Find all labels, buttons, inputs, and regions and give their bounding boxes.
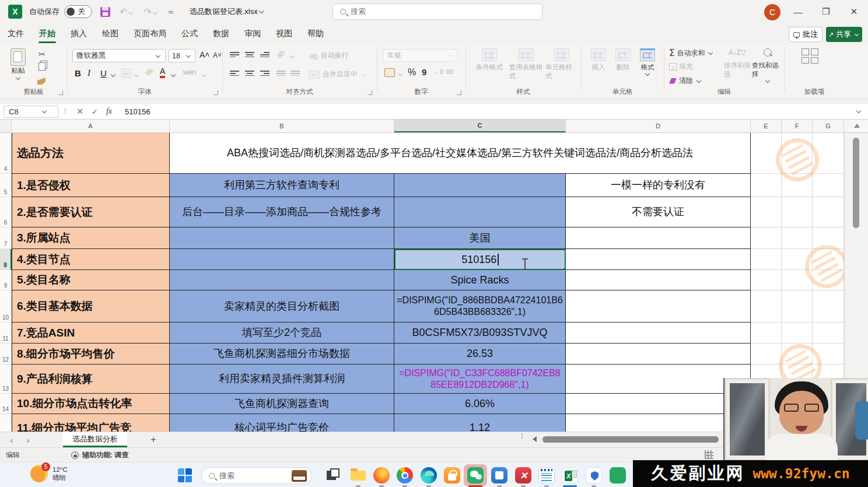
percent-style-icon[interactable]: % <box>408 67 416 78</box>
table-cell[interactable]: 一模一样的专利没有 <box>566 174 751 197</box>
autosave-toggle[interactable]: 关 <box>64 5 92 18</box>
save-icon[interactable] <box>100 7 110 17</box>
decrease-font-icon[interactable]: A˅ <box>213 51 222 59</box>
empty-cell[interactable] <box>751 197 782 227</box>
document-title[interactable]: 选品数据登记表.xlsx <box>190 6 265 17</box>
table-cell[interactable]: 3.所属站点 <box>12 227 170 249</box>
empty-cell[interactable] <box>782 323 813 344</box>
conditional-formatting-button[interactable]: 条件格式 <box>474 48 505 72</box>
increase-font-icon[interactable]: A˄ <box>200 50 210 59</box>
task-view-button[interactable] <box>324 466 343 485</box>
taskbar-search-input[interactable]: 搜索 <box>201 467 312 484</box>
formula-input[interactable]: 510156 <box>125 107 150 116</box>
table-cell[interactable]: 不需要认证 <box>566 197 751 227</box>
ribbon-tab[interactable]: 数据 <box>205 25 237 43</box>
empty-cell[interactable] <box>813 133 844 174</box>
ribbon-tab[interactable]: 绘图 <box>94 25 126 43</box>
sort-filter-button[interactable]: A↓Z▽ 排序和筛选 <box>724 48 751 79</box>
hscroll-handle-icon[interactable]: ⁞ <box>521 435 523 437</box>
table-cell[interactable] <box>170 227 394 249</box>
clipboard-dialog-launcher[interactable] <box>58 90 63 95</box>
excel-taskbar-icon[interactable] <box>561 466 579 485</box>
share-button[interactable]: ↗ 共享 <box>826 27 862 42</box>
redo-icon[interactable]: ↷ <box>144 6 158 17</box>
underline-button[interactable]: U <box>100 68 107 78</box>
file-explorer-icon[interactable] <box>349 466 368 485</box>
table-cell[interactable]: 利用第三方软件查询专利 <box>170 174 394 197</box>
wechat-icon[interactable] <box>466 466 485 485</box>
table-cell[interactable]: 后台——目录——添加商品——合规性参考 <box>170 197 394 227</box>
name-box[interactable]: C8 <box>4 106 58 118</box>
format-painter-icon[interactable] <box>37 78 46 85</box>
horizontal-scroll-thumb[interactable] <box>542 436 719 443</box>
table-cell[interactable]: Spice Racks <box>394 270 566 290</box>
merge-center-button[interactable]: 合并后居中 <box>309 69 368 79</box>
table-cell[interactable]: 5.类目名称 <box>12 270 170 290</box>
decrease-indent-icon[interactable] <box>276 69 286 78</box>
row-header[interactable]: 10 <box>0 290 12 323</box>
vertical-scroll-thumb[interactable] <box>853 138 859 228</box>
row-header[interactable]: 14 <box>0 394 12 414</box>
table-cell[interactable]: 11.细分市场平均广告竞 <box>12 414 170 432</box>
fill-handle[interactable] <box>563 267 566 270</box>
row-header[interactable]: 8 <box>0 249 12 270</box>
table-cell[interactable]: 1.12 <box>394 414 566 432</box>
table-cell[interactable] <box>566 290 751 323</box>
table-cell[interactable]: 利用卖家精灵插件测算利润 <box>170 365 394 394</box>
cut-icon[interactable]: ✂ <box>38 50 46 59</box>
select-all-corner[interactable] <box>0 120 12 132</box>
app-store-icon[interactable] <box>443 466 461 485</box>
quick-access-overflow-icon[interactable]: ≂ <box>168 8 174 16</box>
table-cell[interactable]: ABA热搜词选品/商机探测器选品/多平台选品/社交媒体选品/第三方软件关键词选品… <box>170 133 751 174</box>
empty-cell[interactable] <box>782 290 813 323</box>
table-cell[interactable] <box>566 270 751 290</box>
add-sheet-button[interactable]: + <box>150 434 156 446</box>
wrap-text-button[interactable]: ab̲ 自动换行 <box>309 51 348 61</box>
table-cell[interactable]: 7.竞品ASIN <box>12 323 170 344</box>
red-x-app-icon[interactable] <box>514 466 533 485</box>
italic-button[interactable]: I <box>88 68 90 78</box>
align-center-icon[interactable] <box>245 69 254 78</box>
close-button[interactable]: ✕ <box>841 0 867 23</box>
ribbon-tab[interactable]: 开始 <box>32 25 63 43</box>
table-cell[interactable] <box>566 323 751 344</box>
table-cell[interactable]: 1.是否侵权 <box>12 174 170 197</box>
row-header[interactable]: 11 <box>0 323 12 344</box>
fill-color-icon[interactable] <box>145 68 154 76</box>
empty-cell[interactable] <box>813 290 844 323</box>
sheet-next-icon[interactable]: › <box>20 435 36 445</box>
paste-button[interactable]: 粘贴 <box>10 48 26 80</box>
empty-cell[interactable] <box>813 323 844 344</box>
row-header[interactable]: 13 <box>0 365 12 394</box>
table-cell[interactable] <box>170 270 394 290</box>
decrease-decimal-icon[interactable]: 00 <box>446 68 453 75</box>
table-cell[interactable]: 26.53 <box>394 344 566 365</box>
row-header[interactable]: 7 <box>0 227 12 249</box>
empty-cell[interactable] <box>751 290 782 323</box>
account-avatar[interactable]: C <box>764 4 780 20</box>
table-cell[interactable]: 8.细分市场平均售价 <box>12 344 170 365</box>
align-right-icon[interactable] <box>260 69 270 78</box>
row-header[interactable]: 12 <box>0 344 12 365</box>
empty-cell[interactable] <box>751 249 782 270</box>
bold-button[interactable]: B <box>75 68 81 78</box>
fill-button[interactable]: ↓ 填充 <box>669 62 693 72</box>
empty-cell[interactable] <box>813 227 844 249</box>
font-size-select[interactable]: 18 <box>169 49 195 62</box>
column-header[interactable]: B <box>170 120 394 132</box>
format-cells-button[interactable]: 格式 <box>636 48 659 76</box>
column-header[interactable]: G <box>813 120 844 132</box>
align-left-icon[interactable] <box>230 69 239 78</box>
empty-cell[interactable] <box>782 270 813 290</box>
find-select-button[interactable]: 查找和选择 <box>752 48 783 83</box>
chrome-icon[interactable] <box>396 466 414 485</box>
table-cell[interactable]: 飞鱼商机探测器细分市场数据 <box>170 344 394 365</box>
ribbon-tab[interactable]: 插入 <box>63 25 94 43</box>
table-cell[interactable]: 10.细分市场点击转化率 <box>12 394 170 414</box>
empty-cell[interactable] <box>751 174 782 197</box>
cell-styles-button[interactable]: 单元格样式 <box>545 48 578 80</box>
row-header[interactable]: 6 <box>0 197 12 227</box>
table-cell[interactable] <box>566 249 751 270</box>
sheet-tab-active[interactable]: 选品数据分析 <box>63 432 127 447</box>
column-header[interactable]: D <box>566 120 751 132</box>
